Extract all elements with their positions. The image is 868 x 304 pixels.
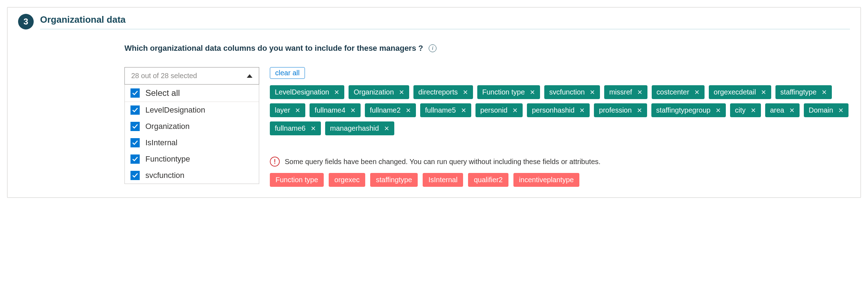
checkbox-checked-icon[interactable] [130,122,140,131]
selected-chip: Organization✕ [349,85,409,99]
changed-field-chip: qualifier2 [468,173,508,187]
changed-field-chip: IsInternal [423,173,463,187]
multiselect-summary: 28 out of 28 selected [131,72,197,80]
chip-label: layer [275,106,290,114]
multiselect-option[interactable]: svcfunction [125,167,259,184]
body-row: 28 out of 28 selected Select all LevelDe… [124,67,850,187]
remove-chip-icon[interactable]: ✕ [716,107,721,114]
chip-label: orgexecdetail [714,88,756,96]
warning-icon: ! [270,157,280,167]
remove-chip-icon[interactable]: ✕ [579,107,585,114]
checkbox-checked-icon[interactable] [130,154,140,164]
option-label: LevelDesignation [145,105,205,115]
selected-chip: fullname5✕ [420,103,471,117]
selected-chip: Function type✕ [477,85,540,99]
selected-chip: Domain✕ [804,103,848,117]
checkbox-checked-icon[interactable] [130,138,140,147]
checkbox-checked-icon[interactable] [130,88,140,98]
remove-chip-icon[interactable]: ✕ [694,88,700,96]
chip-label: personhashid [532,106,574,114]
selected-chip: directreports✕ [413,85,473,99]
selected-chip: costcenter✕ [652,85,705,99]
warning-text: Some query fields have been changed. You… [285,158,601,166]
chip-label: area [770,106,784,114]
selected-chip: staffingtype✕ [775,85,832,99]
remove-chip-icon[interactable]: ✕ [334,88,339,96]
multiselect-option[interactable]: Organization [125,118,259,135]
selected-chip: layer✕ [270,103,305,117]
selected-chip: managerhashid✕ [325,121,394,135]
multiselect-header[interactable]: 28 out of 28 selected [124,67,259,85]
chip-label: Organization [354,88,394,96]
info-icon[interactable]: i [429,44,436,52]
chip-label: Domain [809,106,833,114]
selected-chip: LevelDesignation✕ [270,85,344,99]
remove-chip-icon[interactable]: ✕ [530,88,535,96]
chip-label: directreports [418,88,458,96]
remove-chip-icon[interactable]: ✕ [295,107,300,114]
changed-field-chip: Function type [270,173,324,187]
remove-chip-icon[interactable]: ✕ [751,107,756,114]
option-label: IsInternal [145,138,178,147]
clear-all-button[interactable]: clear all [270,67,305,79]
warning-row: ! Some query fields have been changed. Y… [270,157,850,167]
section-title: Organizational data [40,14,850,29]
multiselect-option[interactable]: LevelDesignation [125,102,259,118]
changed-fields-chips: Function typeorgexecstaffingtypeIsIntern… [270,173,850,187]
chip-label: city [735,106,746,114]
selected-chip: personid✕ [475,103,523,117]
multiselect-list[interactable]: Select all LevelDesignation Organization… [124,85,259,184]
remove-chip-icon[interactable]: ✕ [311,125,316,132]
remove-chip-icon[interactable]: ✕ [406,107,411,114]
remove-chip-icon[interactable]: ✕ [590,88,595,96]
section-header: 3 Organizational data [18,14,850,29]
select-all-label: Select all [145,88,180,98]
org-data-panel: 3 Organizational data Which organization… [7,7,861,198]
question-row: Which organizational data columns do you… [124,44,850,53]
selected-chips: LevelDesignation✕Organization✕directrepo… [270,85,850,135]
selected-chip: missref✕ [604,85,647,99]
changed-field-chip: orgexec [329,173,365,187]
remove-chip-icon[interactable]: ✕ [637,88,642,96]
selected-chip: fullname6✕ [270,121,321,135]
column-multiselect: 28 out of 28 selected Select all LevelDe… [124,67,259,184]
checkbox-checked-icon[interactable] [130,171,140,180]
chip-label: personid [480,106,508,114]
remove-chip-icon[interactable]: ✕ [838,107,844,114]
selection-area: clear all LevelDesignation✕Organization✕… [270,67,850,187]
selected-chip: profession✕ [594,103,647,117]
chip-label: svcfunction [549,88,585,96]
chip-label: fullname2 [370,106,401,114]
changed-field-chip: incentiveplantype [513,173,580,187]
selected-chip: svcfunction✕ [544,85,600,99]
checkbox-checked-icon[interactable] [130,105,140,115]
chip-label: managerhashid [330,124,379,132]
chip-label: profession [599,106,631,114]
selected-chip: personhashid✕ [527,103,590,117]
multiselect-option[interactable]: IsInternal [125,135,259,151]
remove-chip-icon[interactable]: ✕ [384,125,389,132]
question-text: Which organizational data columns do you… [124,44,423,53]
chip-label: fullname5 [425,106,456,114]
multiselect-option[interactable]: Functiontype [125,151,259,167]
chip-label: costcenter [657,88,689,96]
chip-label: fullname4 [315,106,345,114]
chip-label: staffingtypegroup [656,106,711,114]
remove-chip-icon[interactable]: ✕ [463,88,468,96]
select-all-option[interactable]: Select all [125,85,259,102]
remove-chip-icon[interactable]: ✕ [461,107,466,114]
option-label: Functiontype [145,154,190,164]
remove-chip-icon[interactable]: ✕ [399,88,404,96]
changed-field-chip: staffingtype [370,173,418,187]
remove-chip-icon[interactable]: ✕ [789,107,795,114]
remove-chip-icon[interactable]: ✕ [637,107,642,114]
selected-chip: orgexecdetail✕ [709,85,771,99]
option-label: svcfunction [145,171,184,180]
option-label: Organization [145,122,190,131]
selected-chip: area✕ [765,103,800,117]
remove-chip-icon[interactable]: ✕ [822,88,827,96]
remove-chip-icon[interactable]: ✕ [512,107,518,114]
remove-chip-icon[interactable]: ✕ [761,88,766,96]
section-content: Which organizational data columns do you… [18,44,850,187]
remove-chip-icon[interactable]: ✕ [350,107,356,114]
